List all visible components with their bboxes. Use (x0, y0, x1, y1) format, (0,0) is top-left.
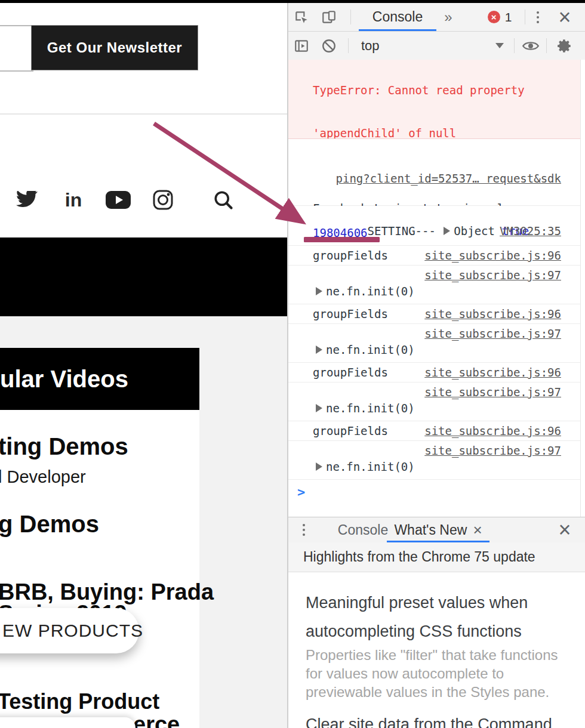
drawer-kebab-menu-icon[interactable] (293, 523, 315, 536)
context-dropdown[interactable]: top (361, 32, 380, 60)
source-link[interactable]: site_subscribe.js:96 (424, 307, 561, 321)
prompt-chevron: > (297, 485, 305, 499)
console-row-init: site_subscribe.js:97 ne.fn.init(0) (288, 266, 585, 304)
newsletter-email-input[interactable] (0, 25, 33, 72)
video-title-1[interactable]: ting Demos (0, 434, 128, 459)
inspect-element-icon[interactable] (291, 3, 312, 31)
console-context-toolbar: top (288, 32, 585, 60)
drawer-tab-bar: Console What's New × × (288, 517, 585, 543)
whats-new-heading-line2[interactable]: autocompleting CSS functions (306, 622, 585, 641)
console-row-facebook: ping?client_id=52537… request&sdk =joey:… (288, 139, 585, 206)
console-row-init: site_subscribe.js:97 ne.fn.init(0) (288, 441, 585, 480)
whats-new-content: Meaningful preset values when autocomple… (288, 572, 585, 728)
kebab-menu-icon[interactable] (527, 10, 549, 24)
search-icon[interactable] (210, 187, 236, 213)
whats-new-body: Properties like "filter" that take funct… (306, 646, 573, 701)
popular-videos-header: ular Videos (0, 348, 199, 410)
whats-new-heading-line1[interactable]: Meaningful preset values when (306, 594, 585, 612)
error-line: TypeError: Cannot read property (313, 83, 585, 97)
device-toolbar-icon[interactable] (318, 3, 340, 31)
clear-console-icon[interactable] (318, 32, 340, 60)
video-subtitle-1: l Developer (0, 467, 86, 487)
error-line: 'appendChild' of null (313, 126, 585, 139)
log-message: SETTING--- (368, 224, 443, 237)
site-black-band (0, 237, 287, 316)
bottom-overlay-card (0, 717, 136, 728)
divider (0, 113, 287, 115)
console-error-message: TypeError: Cannot read property 'appendC… (288, 60, 585, 139)
toolbar-divider (348, 38, 349, 53)
gear-icon[interactable] (554, 32, 575, 60)
console-row-groupfields: groupFields site_subscribe.js:96 (288, 363, 585, 382)
console-row-groupfields: groupFields site_subscribe.js:96 (288, 304, 585, 324)
more-tabs-icon[interactable]: » (438, 3, 459, 31)
website-panel: Get Our Newsletter in (0, 3, 287, 728)
expand-triangle-icon[interactable] (316, 346, 322, 354)
number-value: 19804606 (313, 226, 368, 240)
toolbar-divider (546, 38, 547, 53)
toolbar-divider (525, 10, 525, 24)
active-tab-underline (359, 29, 436, 31)
video-title-4-line1[interactable]: Testing Product (0, 690, 159, 713)
view-products-button[interactable]: EW PRODUCTS (0, 608, 139, 653)
source-link[interactable]: site_subscribe.js:96 (424, 365, 561, 380)
source-link[interactable]: site_subscribe.js:96 (424, 248, 561, 263)
video-title-4-line2: erce (133, 713, 180, 728)
drawer-close-icon[interactable]: × (554, 516, 575, 544)
devtools-toolbar: Console » × 1 × (288, 3, 585, 32)
source-link[interactable]: site_subscribe.js:97 (424, 268, 561, 282)
newsletter-button[interactable]: Get Our Newsletter (31, 25, 198, 70)
tab-console[interactable]: Console (359, 3, 436, 31)
expand-triangle-icon[interactable] (316, 287, 322, 295)
console-row-groupfields: groupFields site_subscribe.js:96 (288, 421, 585, 441)
error-count-badge[interactable]: × 1 (481, 3, 519, 31)
twitter-bird (16, 191, 38, 209)
console-row-init: site_subscribe.js:97 ne.fn.init(0) (288, 324, 585, 363)
console-prompt-row[interactable]: > (288, 480, 585, 507)
linkedin-icon[interactable]: in (60, 187, 87, 213)
view-products-label: EW PRODUCTS (2, 621, 143, 641)
drawer-tab-whats-new[interactable]: What's New × (387, 517, 489, 542)
chevron-down-icon[interactable] (489, 32, 510, 60)
drawer-tab-console[interactable]: Console (330, 517, 396, 542)
whats-new-header: Highlights from the Chrome 75 update (288, 542, 585, 572)
devtools-panel: Console » × 1 × (288, 3, 585, 728)
video-title-2[interactable]: g Demos (0, 511, 99, 536)
error-circle-icon: × (488, 11, 500, 23)
console-scrollbar-gutter[interactable] (580, 60, 585, 517)
console-row-init: site_subscribe.js:97 ne.fn.init(0) (288, 382, 585, 421)
screenshot-root: Get Our Newsletter in (0, 0, 585, 728)
console-row-setting: SETTING--- Object true VM3025:35 1980460… (288, 206, 585, 246)
toolbar-divider (350, 10, 351, 24)
live-expression-eye-icon[interactable] (520, 32, 541, 60)
console-sidebar-icon[interactable] (291, 32, 312, 60)
expand-triangle-icon[interactable] (316, 404, 322, 412)
twitter-icon[interactable] (14, 187, 40, 213)
source-link[interactable]: site_subscribe.js:96 (424, 424, 561, 438)
youtube-icon[interactable] (105, 187, 131, 213)
console-row-groupfields: groupFields site_subscribe.js:96 (288, 246, 585, 266)
instagram-icon[interactable] (150, 187, 176, 213)
whats-new-heading-2[interactable]: Clear site data from the Command (306, 715, 585, 728)
close-devtools-icon[interactable]: × (554, 3, 575, 31)
source-link[interactable]: site_subscribe.js:97 (424, 326, 561, 341)
toolbar-divider (514, 38, 515, 53)
source-link[interactable]: site_subscribe.js:97 (424, 385, 561, 399)
tab-close-icon[interactable]: × (473, 521, 482, 539)
expand-triangle-icon[interactable] (316, 462, 322, 471)
source-link[interactable]: site_subscribe.js:97 (424, 443, 561, 458)
